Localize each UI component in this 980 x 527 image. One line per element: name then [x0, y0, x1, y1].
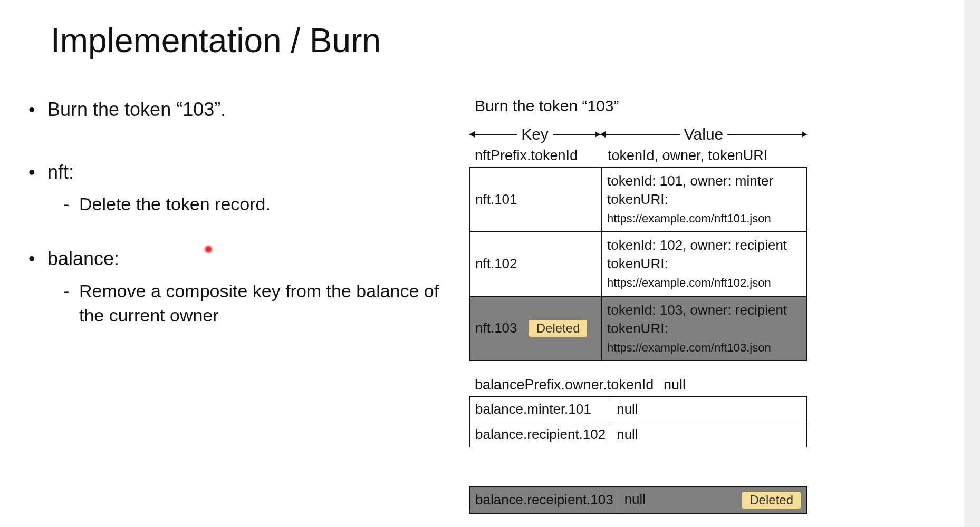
- cell-value: null: [611, 422, 807, 447]
- arrow-left-icon: [469, 134, 517, 135]
- cell-value: tokenId: 101, owner: minter tokenURI: ht…: [602, 168, 807, 232]
- value-uri: https://example.com/nft103.json: [607, 341, 771, 354]
- cell-value: null: [611, 396, 807, 422]
- columns: Burn the token “103”. nft: Delete the to…: [32, 97, 948, 514]
- value-line-2: tokenURI: https://example.com/nft101.jso…: [607, 190, 801, 227]
- bullet-2-text: nft:: [47, 161, 74, 183]
- nft-schema-value: tokenId, owner, tokenURI: [608, 148, 948, 164]
- kv-header-value-label: Value: [680, 125, 728, 143]
- deleted-badge: Deleted: [529, 319, 588, 337]
- cell-key: nft.102: [470, 232, 602, 296]
- balance-schema-row: balancePrefix.owner.tokenId null: [475, 377, 948, 393]
- bullet-2-sublist: Delete the token record.: [63, 192, 459, 217]
- laser-pointer-icon: [204, 245, 213, 254]
- bullet-1-text: Burn the token “103”.: [47, 99, 226, 120]
- kv-header-value: Value: [600, 125, 807, 143]
- cell-key: nft.101: [470, 168, 602, 232]
- value-uri-label: tokenURI:: [607, 320, 668, 336]
- cell-value: tokenId: 103, owner: recipient tokenURI:…: [602, 296, 807, 360]
- value-line-1: tokenId: 102, owner: recipient: [607, 236, 801, 255]
- bullet-2-sub-1: Delete the token record.: [63, 192, 459, 217]
- nft-table: nft.101 tokenId: 101, owner: minter toke…: [469, 167, 807, 361]
- bullet-3-text: balance:: [47, 248, 119, 269]
- table-row: balance.minter.101 null: [470, 396, 807, 422]
- value-uri: https://example.com/nft101.json: [607, 212, 771, 225]
- arrow-right-icon: [553, 134, 600, 135]
- bullet-list: Burn the token “103”. nft: Delete the to…: [32, 97, 459, 327]
- cell-value-text: null: [624, 491, 646, 507]
- diagram-title: Burn the token “103”: [475, 97, 948, 115]
- value-uri-label: tokenURI:: [607, 191, 668, 207]
- value-line-1: tokenId: 103, owner: recipient: [607, 301, 801, 319]
- right-column: Burn the token “103” Key Value nftPrefix…: [459, 97, 948, 514]
- bullet-3-sub-1-text: Remove a composite key from the balance …: [79, 281, 439, 325]
- arrow-left-icon: [600, 134, 680, 135]
- bullet-3-sub-1: Remove a composite key from the balance …: [63, 279, 459, 328]
- slide: Implementation / Burn Burn the token “10…: [0, 0, 980, 527]
- balance-schema-key: balancePrefix.owner.tokenId: [475, 377, 664, 393]
- balance-table: balance.minter.101 null balance.recipien…: [469, 396, 807, 447]
- slide-gutter: [964, 0, 980, 527]
- kv-header: Key Value: [469, 125, 948, 143]
- kv-header-key: Key: [469, 125, 600, 143]
- table-row-deleted: nft.103 Deleted tokenId: 103, owner: rec…: [470, 296, 807, 360]
- balance-deleted-table: balance.receipient.103 null Deleted: [469, 486, 807, 514]
- bullet-3: balance: Remove a composite key from the…: [32, 246, 459, 327]
- value-uri-label: tokenURI:: [607, 256, 668, 271]
- value-line-2: tokenURI: https://example.com/nft103.jso…: [607, 319, 801, 356]
- cell-key: balance.recipient.102: [470, 422, 611, 447]
- cell-key: balance.minter.101: [470, 396, 611, 422]
- bullet-3-sublist: Remove a composite key from the balance …: [63, 279, 459, 328]
- cell-value: tokenId: 102, owner: recipient tokenURI:…: [602, 232, 807, 296]
- bullet-1: Burn the token “103”.: [32, 97, 459, 123]
- kv-header-key-label: Key: [517, 125, 553, 143]
- cell-key-text: nft.103: [475, 320, 517, 336]
- nft-schema-key: nftPrefix.tokenId: [475, 148, 608, 164]
- balance-schema-value: null: [664, 377, 948, 393]
- arrow-right-icon: [727, 134, 807, 135]
- table-row: nft.102 tokenId: 102, owner: recipient t…: [470, 232, 807, 296]
- table-row: nft.101 tokenId: 101, owner: minter toke…: [470, 168, 807, 232]
- nft-schema-row: nftPrefix.tokenId tokenId, owner, tokenU…: [475, 148, 948, 164]
- deleted-badge: Deleted: [742, 491, 801, 509]
- cell-key: balance.receipient.103: [470, 486, 619, 513]
- table-row: balance.recipient.102 null: [470, 422, 807, 447]
- value-line-1: tokenId: 101, owner: minter: [607, 172, 801, 190]
- cell-value: null Deleted: [619, 486, 806, 513]
- bullet-2: nft: Delete the token record.: [32, 160, 459, 217]
- bullet-2-sub-1-text: Delete the token record.: [79, 194, 271, 214]
- left-column: Burn the token “103”. nft: Delete the to…: [32, 97, 459, 514]
- slide-title: Implementation / Burn: [51, 21, 948, 60]
- cell-key: nft.103 Deleted: [470, 296, 602, 360]
- value-uri: https://example.com/nft102.json: [607, 276, 771, 289]
- table-row-deleted: balance.receipient.103 null Deleted: [470, 486, 807, 513]
- value-line-2: tokenURI: https://example.com/nft102.jso…: [607, 255, 801, 291]
